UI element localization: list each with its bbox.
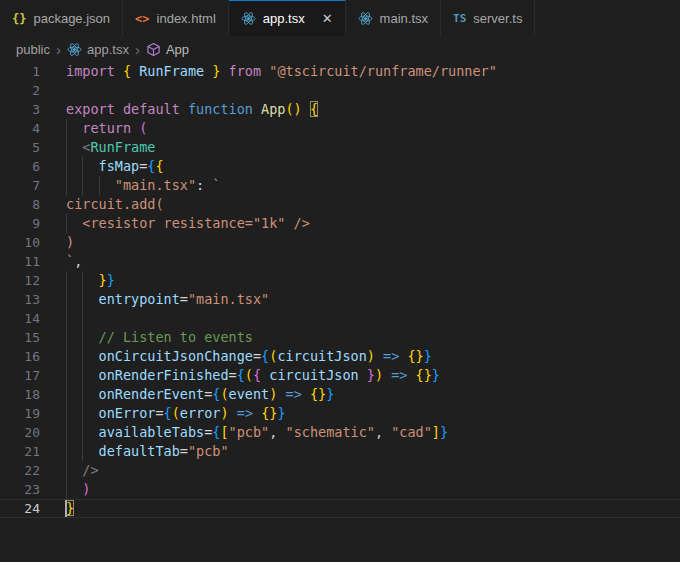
tab-main.tsx[interactable]: main.tsx	[346, 0, 441, 36]
code-token: (	[245, 367, 253, 383]
code-token: =>	[375, 348, 408, 364]
code-line[interactable]: 24}	[0, 499, 680, 518]
code-line[interactable]: 14	[0, 309, 680, 328]
code-token: `	[66, 253, 74, 269]
code-token	[66, 443, 99, 459]
code-token: }	[277, 405, 285, 421]
code-token: onRenderFinished	[99, 367, 229, 383]
code-line-content: availableTabs={["pcb", "schematic", "cad…	[52, 423, 680, 442]
tab-app.tsx[interactable]: app.tsx✕	[229, 0, 346, 36]
code-line[interactable]: 4 return (	[0, 119, 680, 138]
code-line[interactable]: 6 fsMap={{	[0, 157, 680, 176]
code-token: `	[212, 177, 220, 193]
ts-icon: TS	[453, 12, 466, 25]
line-number: 19	[0, 404, 52, 423]
code-token: )	[220, 405, 228, 421]
code-token	[66, 329, 99, 345]
code-token: event	[229, 386, 270, 402]
line-number: 18	[0, 385, 52, 404]
chevron-right-icon: ›	[55, 42, 62, 57]
code-line[interactable]: 12 }}	[0, 271, 680, 290]
code-token	[66, 405, 99, 421]
code-token: =>	[277, 386, 310, 402]
code-token: RunFrame	[131, 63, 212, 79]
code-token: =	[180, 291, 188, 307]
code-line[interactable]: 13 entrypoint="main.tsx"	[0, 290, 680, 309]
json-icon: {}	[12, 12, 26, 26]
breadcrumb-label: public	[16, 42, 50, 57]
code-line[interactable]: 11`,	[0, 252, 680, 271]
code-token	[66, 367, 99, 383]
code-token: circuitJson	[277, 348, 366, 364]
code-token: />	[82, 462, 98, 478]
code-line[interactable]: 16 onCircuitJsonChange={(circuitJson) =>…	[0, 347, 680, 366]
breadcrumb-item-public[interactable]: public	[16, 42, 50, 57]
code-line-content: <resistor resistance="1k" />	[52, 214, 680, 233]
breadcrumb-item-App[interactable]: App	[146, 42, 189, 57]
code-line[interactable]: 8circuit.add(	[0, 195, 680, 214]
code-token	[66, 481, 82, 497]
tab-label: server.ts	[473, 11, 522, 26]
code-token: (	[220, 386, 228, 402]
code-token: availableTabs	[99, 424, 205, 440]
code-line-content: />	[52, 461, 680, 480]
line-number: 16	[0, 347, 52, 366]
tab-label: index.html	[157, 11, 216, 26]
code-token: =>	[383, 367, 416, 383]
code-line[interactable]: 9 <resistor resistance="1k" />	[0, 214, 680, 233]
line-number: 6	[0, 157, 52, 176]
code-token: }	[440, 424, 448, 440]
code-line-content: )	[52, 233, 680, 252]
code-line[interactable]: 7 "main.tsx": `	[0, 176, 680, 195]
line-number: 9	[0, 214, 52, 233]
code-line[interactable]: 20 availableTabs={["pcb", "schematic", "…	[0, 423, 680, 442]
code-token: ,	[74, 253, 82, 269]
tab-server.ts[interactable]: TSserver.ts	[441, 0, 535, 36]
line-number: 2	[0, 81, 52, 100]
line-number: 24	[0, 499, 52, 518]
code-line[interactable]: 17 onRenderFinished={({ circuitJson }) =…	[0, 366, 680, 385]
line-number: 3	[0, 100, 52, 119]
code-line[interactable]: 18 onRenderEvent={(event) => {}}	[0, 385, 680, 404]
code-token: {	[310, 101, 318, 117]
code-token: (	[139, 120, 147, 136]
code-token: "pcb"	[188, 443, 229, 459]
line-number: 13	[0, 290, 52, 309]
code-token: =>	[229, 405, 262, 421]
chevron-right-icon: ›	[134, 42, 141, 57]
code-token: {	[261, 348, 269, 364]
code-line[interactable]: 15 // Listen to events	[0, 328, 680, 347]
code-token: ]	[432, 424, 440, 440]
close-icon[interactable]: ✕	[322, 12, 333, 25]
line-number: 11	[0, 252, 52, 271]
react-icon	[358, 11, 373, 26]
code-line[interactable]: 3export default function App() {	[0, 100, 680, 119]
tab-index.html[interactable]: <>index.html	[123, 0, 229, 36]
code-token	[66, 272, 99, 288]
line-number: 8	[0, 195, 52, 214]
code-token: circuitJson	[261, 367, 367, 383]
code-line-content: fsMap={{	[52, 157, 680, 176]
code-token: "pcb"	[229, 424, 270, 440]
code-token: default	[123, 101, 188, 117]
code-editor[interactable]: 1import { RunFrame } from "@tscircuit/ru…	[0, 62, 680, 562]
code-line-content: // Listen to events	[52, 328, 680, 347]
code-token: =	[253, 348, 261, 364]
code-line[interactable]: 23 )	[0, 480, 680, 499]
code-token	[66, 120, 82, 136]
code-line[interactable]: 5 <RunFrame	[0, 138, 680, 157]
breadcrumb: public›app.tsx›App	[0, 36, 680, 62]
code-line[interactable]: 10)	[0, 233, 680, 252]
breadcrumb-item-app.tsx[interactable]: app.tsx	[67, 42, 129, 57]
tab-package.json[interactable]: {}package.json	[0, 0, 123, 36]
breadcrumb-label: app.tsx	[87, 42, 129, 57]
code-line[interactable]: 19 onError={(error) => {}}	[0, 404, 680, 423]
code-line[interactable]: 2	[0, 81, 680, 100]
code-line[interactable]: 22 />	[0, 461, 680, 480]
line-number: 5	[0, 138, 52, 157]
code-line-content: }	[52, 499, 680, 518]
code-line[interactable]: 1import { RunFrame } from "@tscircuit/ru…	[0, 62, 680, 81]
code-token	[66, 462, 82, 478]
code-token: )	[375, 367, 383, 383]
code-line[interactable]: 21 defaultTab="pcb"	[0, 442, 680, 461]
